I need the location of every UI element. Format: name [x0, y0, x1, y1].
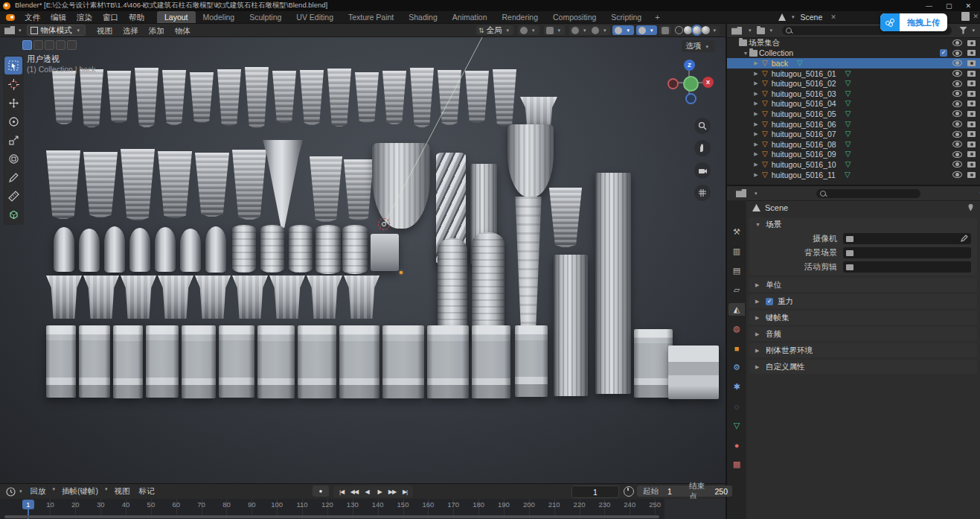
camera-view-icon[interactable]	[694, 162, 711, 179]
disable-render-icon[interactable]	[967, 91, 976, 97]
hide-eye-icon[interactable]	[952, 151, 962, 158]
workspace-tab-scripting[interactable]: Scripting	[603, 11, 649, 23]
gizmo-z-axis[interactable]: Z	[684, 60, 695, 71]
transport-prev-keyframe-button[interactable]: ◀◀	[348, 486, 360, 497]
outliner-row-huitugou_5016_03[interactable]: ▶▽huitugou_5016_03▽	[727, 89, 980, 99]
tool-move[interactable]	[4, 94, 22, 112]
tool-rotate[interactable]	[4, 112, 22, 130]
model-cb[interactable]	[355, 72, 379, 123]
tool-select-box[interactable]	[4, 57, 22, 74]
disable-render-icon[interactable]	[967, 80, 976, 86]
model-cb[interactable]	[327, 69, 351, 127]
timeline-ruler[interactable]: 1020304050607080901001101201301401501601…	[0, 499, 726, 519]
tool-scale[interactable]	[4, 131, 22, 149]
tool-annotate[interactable]	[4, 168, 22, 186]
model-cb[interactable]	[245, 67, 269, 128]
properties-tab-data[interactable]: ▽	[728, 419, 745, 432]
model-cb[interactable]	[410, 68, 434, 127]
properties-editor-type-icon[interactable]	[736, 189, 746, 197]
model-ped[interactable]	[113, 325, 143, 398]
tool-transform[interactable]	[4, 150, 22, 168]
model-fin[interactable]	[104, 226, 125, 273]
model-ped[interactable]	[298, 325, 336, 398]
workspace-tab-compositing[interactable]: Compositing	[545, 11, 603, 23]
timeline-editor-type-icon[interactable]	[6, 487, 16, 497]
transform-orientation-dropdown[interactable]: ⇅ 全局 ▾	[476, 25, 513, 35]
model-cb[interactable]	[344, 159, 374, 220]
blender-menu-icon[interactable]	[6, 14, 15, 21]
frame-end-field[interactable]: 结束点 250	[685, 485, 732, 497]
hide-eye-icon[interactable]	[952, 141, 962, 147]
model-ped[interactable]	[79, 325, 110, 398]
visibility-dropdown[interactable]: ▾	[589, 25, 611, 35]
workspace-tab-modeling[interactable]: Modeling	[196, 11, 243, 23]
hide-eye-icon[interactable]	[952, 50, 962, 57]
model-slab[interactable]	[668, 346, 719, 399]
model-cap[interactable]	[46, 276, 82, 319]
properties-tab-output[interactable]: ▤	[728, 264, 745, 277]
scene-selector[interactable]: ▾ Scene ✕	[778, 12, 836, 22]
property-field-摄像机[interactable]	[843, 233, 971, 244]
minimize-button[interactable]: —	[926, 2, 932, 10]
model-fin[interactable]	[54, 227, 74, 272]
model-ped[interactable]	[146, 325, 179, 398]
select-intersect-mode-button[interactable]	[67, 40, 77, 50]
current-frame-field[interactable]: 1	[571, 485, 619, 498]
model-cb[interactable]	[83, 152, 118, 217]
model-cb[interactable]	[438, 70, 461, 125]
model-cb[interactable]	[195, 153, 229, 217]
hide-eye-icon[interactable]	[952, 39, 962, 46]
properties-tab-modifiers[interactable]: ⚙	[728, 361, 745, 374]
model-bal[interactable]	[232, 225, 256, 273]
model-cb[interactable]	[46, 150, 80, 219]
model-ped[interactable]	[427, 325, 469, 398]
outliner-row-huitugou_5016_05[interactable]: ▶▽huitugou_5016_05▽	[727, 109, 980, 119]
wireframe-shading-button[interactable]	[675, 26, 683, 34]
disable-render-icon[interactable]	[967, 172, 976, 178]
model-cb[interactable]	[107, 71, 131, 123]
hide-eye-icon[interactable]	[952, 110, 962, 117]
model-bal[interactable]	[342, 225, 368, 274]
model-cb[interactable]	[300, 70, 324, 125]
disable-render-icon[interactable]	[967, 101, 976, 106]
transport-jump-end-button[interactable]: ▶|	[399, 486, 411, 497]
menu-文件[interactable]: 文件	[19, 11, 45, 23]
display-mode-icon[interactable]	[757, 28, 765, 34]
timeline-menu-视图[interactable]: 视图	[110, 486, 135, 497]
transport-jump-start-button[interactable]: |◀	[336, 486, 348, 497]
model-bal[interactable]	[260, 225, 284, 273]
disable-render-icon[interactable]	[967, 60, 976, 66]
panel-header-刚体世界环境[interactable]: ▶刚体世界环境	[749, 344, 977, 357]
timeline-menu-回放[interactable]: 回放	[26, 486, 51, 497]
model-ped[interactable]	[472, 325, 510, 398]
hide-eye-icon[interactable]	[952, 80, 962, 87]
model-cap[interactable]	[232, 276, 268, 319]
model-cb[interactable]	[190, 72, 214, 123]
expand-arrow-icon[interactable]: ▶	[752, 131, 760, 137]
viewport-3d[interactable]: 用户透视 (1) Collection | back 选项 ▾ Z X	[0, 37, 726, 483]
tool-add-cube[interactable]	[4, 206, 22, 223]
timeline-menu-插帧(键帧)[interactable]: 插帧(键帧)	[57, 486, 103, 497]
model-fin[interactable]	[180, 229, 201, 272]
drag-upload-overlay[interactable]: 拖拽上传	[880, 13, 947, 31]
expand-arrow-icon[interactable]: ▶	[752, 141, 760, 147]
expand-arrow-icon[interactable]: ▼	[742, 51, 749, 56]
model-col[interactable]	[554, 255, 588, 396]
model-bell[interactable]	[507, 124, 554, 197]
menu-编辑[interactable]: 编辑	[45, 11, 71, 23]
properties-tab-material[interactable]: ●	[728, 439, 745, 451]
eyedropper-icon[interactable]	[961, 235, 968, 243]
scene-panel-header[interactable]: ▼ 场景	[749, 218, 977, 231]
gizmo-x-axis[interactable]: X	[702, 77, 714, 88]
model-cb[interactable]	[272, 71, 296, 123]
properties-search-input[interactable]	[816, 189, 920, 198]
tool-measure[interactable]	[4, 187, 22, 205]
hide-eye-icon[interactable]	[952, 161, 962, 168]
transport-play-button[interactable]: ▶	[374, 486, 385, 497]
disable-render-icon[interactable]	[967, 111, 976, 117]
properties-tab-tool[interactable]: ⚒	[728, 226, 745, 238]
properties-tab-view-layer[interactable]: ▱	[728, 284, 745, 296]
select-set-mode-button[interactable]	[22, 40, 32, 50]
editor-type-icon[interactable]	[4, 26, 15, 34]
hide-eye-icon[interactable]	[952, 171, 962, 178]
